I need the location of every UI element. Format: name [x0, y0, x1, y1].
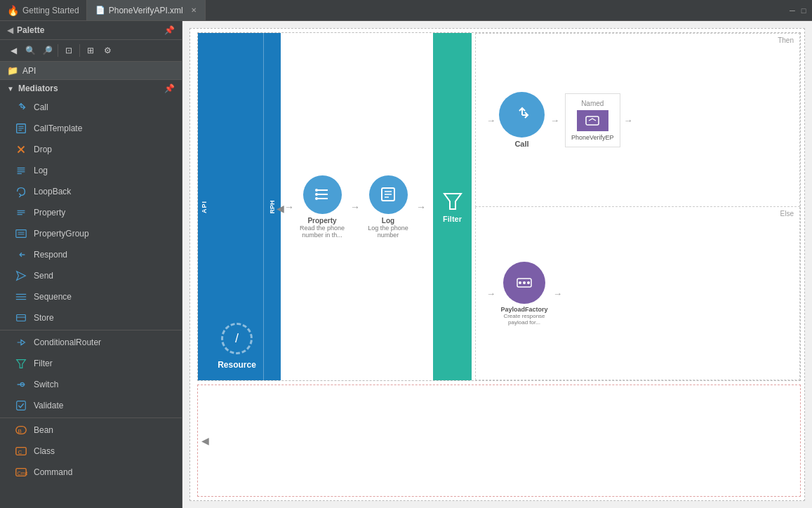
inner-canvas: API / Resource RPH — [189, 28, 805, 501]
sidebar-item-class[interactable]: C Class — [0, 441, 182, 462]
sequence-icon — [14, 290, 28, 304]
store-icon — [14, 311, 28, 325]
call-node[interactable]: Call — [499, 92, 545, 148]
api-section[interactable]: 📁 API — [0, 62, 182, 80]
bean-label: Bean — [34, 425, 175, 435]
sidebar-item-command[interactable]: Cmd Command — [0, 462, 182, 483]
tab-home[interactable]: 🔥 Getting Started — [0, 0, 86, 20]
toolbar-select-button[interactable]: ⊞ — [83, 43, 98, 58]
api-label-strip: API — [198, 33, 211, 380]
api-vertical-label: API — [201, 200, 208, 213]
mediators-fold-icon: ▼ — [7, 85, 14, 93]
sidebar-item-switch[interactable]: Switch — [0, 374, 182, 395]
sidebar-item-respond[interactable]: Respond — [0, 244, 182, 265]
then-arrow-1: → — [483, 115, 499, 126]
sidebar-scroll[interactable]: ▼ Mediators 📌 Call — [0, 80, 182, 508]
svg-marker-24 — [17, 360, 26, 368]
calltemplate-icon — [14, 121, 28, 135]
send-icon — [14, 269, 28, 283]
arrow-p-to-l: → — [347, 201, 364, 213]
payload-node[interactable]: PayloadFactory Create response payload f… — [499, 262, 550, 326]
svg-point-39 — [315, 197, 318, 200]
toolbar-back-button[interactable]: ◀ — [6, 43, 21, 58]
svg-text:Cmd: Cmd — [18, 470, 27, 476]
property-node[interactable]: Property Read the phone number in th... — [298, 175, 347, 239]
palette-back-button[interactable]: ◀ — [7, 25, 13, 35]
sidebar-item-property[interactable]: Property — [0, 202, 182, 223]
payload-node-sublabel: Create response payload for... — [499, 313, 550, 326]
window-controls: ─ □ — [787, 6, 812, 15]
toolbar-zoom-in-button[interactable]: 🔎 — [39, 43, 55, 58]
svg-text:B: B — [18, 428, 22, 434]
tab-close-button[interactable]: ✕ — [191, 6, 197, 14]
tab-home-label: Getting Started — [22, 6, 79, 15]
validate-label: Validate — [34, 401, 175, 410]
svg-rect-47 — [586, 116, 599, 125]
sidebar-item-loopback[interactable]: LoopBack — [0, 181, 182, 202]
respond-label: Respond — [34, 250, 175, 260]
palette-pin-button[interactable]: 📌 — [164, 25, 175, 35]
property-icon — [14, 206, 28, 220]
minimize-button[interactable]: ─ — [787, 6, 797, 15]
app-container: 🔥 Getting Started 📄 PhoneVerifyAPI.xml ✕… — [0, 0, 812, 508]
sidebar-item-call[interactable]: Call — [0, 97, 182, 118]
home-fire-icon: 🔥 — [7, 5, 19, 16]
mediators-section-header[interactable]: ▼ Mediators 📌 — [0, 80, 182, 97]
call-node-circle — [499, 92, 545, 138]
sidebar-item-sequence[interactable]: Sequence — [0, 286, 182, 307]
mediators-pin-icon: 📌 — [164, 83, 175, 93]
sidebar-item-propertygroup[interactable]: PropertyGroup — [0, 223, 182, 244]
sidebar-item-conditionalrouter[interactable]: ConditionalRouter — [0, 332, 182, 353]
main-area: ◀ Palette 📌 ◀ 🔍 🔎 ⊡ ⊞ ⚙ 📁 API — [0, 21, 812, 508]
svg-rect-15 — [16, 230, 26, 238]
svg-point-51 — [527, 281, 530, 284]
call-icon — [14, 100, 28, 114]
branches-container: Then → — [475, 33, 800, 380]
payload-node-label: PayloadFactory — [500, 306, 547, 313]
sidebar-item-bean[interactable]: B Bean — [0, 420, 182, 441]
sidebar-item-send[interactable]: Send — [0, 265, 182, 286]
else-label: Else — [780, 210, 794, 218]
svg-rect-22 — [17, 315, 26, 321]
call-label: Call — [34, 102, 175, 112]
arrow-l-to-f: → — [413, 201, 430, 213]
property-node-label: Property — [307, 217, 336, 225]
toolbar-zoom-out-button[interactable]: 🔍 — [22, 43, 38, 58]
scroll-left-bottom[interactable]: ◀ — [198, 432, 213, 450]
main-flow: → — [281, 33, 800, 380]
tab-file[interactable]: 📄 PhoneVerifyAPI.xml ✕ — [86, 0, 206, 20]
api-container: API / Resource RPH — [197, 32, 801, 381]
maximize-button[interactable]: □ — [799, 6, 808, 15]
named-endpoint-box[interactable]: Named PhoneVerifyEP — [565, 93, 620, 147]
palette-header: ◀ Palette 📌 — [0, 21, 182, 40]
sequence-label: Sequence — [34, 292, 175, 302]
sidebar-item-log[interactable]: Log — [0, 160, 182, 181]
toolbar-settings-button[interactable]: ⚙ — [100, 43, 115, 58]
svg-point-37 — [315, 193, 318, 196]
diagram-container: API / Resource RPH — [190, 29, 804, 500]
tab-file-label: PhoneVerifyAPI.xml — [109, 6, 183, 15]
sidebar-item-filter[interactable]: Filter — [0, 353, 182, 374]
property-node-sublabel: Read the phone number in th... — [298, 225, 347, 239]
sidebar-item-store[interactable]: Store — [0, 307, 182, 328]
named-name: PhoneVerifyEP — [571, 134, 614, 141]
sidebar-item-calltemplate[interactable]: CallTemplate — [0, 118, 182, 139]
switch-icon — [14, 377, 28, 392]
sidebar-item-validate[interactable]: Validate — [0, 395, 182, 416]
named-label: Named — [581, 100, 604, 107]
drop-icon — [14, 142, 28, 156]
else-arrow-2: → — [550, 288, 566, 299]
svg-point-49 — [519, 281, 521, 284]
divider-1 — [0, 330, 182, 330]
propertygroup-label: PropertyGroup — [34, 229, 175, 239]
respond-icon — [14, 248, 28, 262]
log-node[interactable]: Log Log the phone number — [364, 175, 413, 239]
toolbar-fit-button[interactable]: ⊡ — [61, 43, 76, 58]
filter-sidebar-icon — [14, 356, 28, 370]
filter-block[interactable]: Filter — [433, 33, 472, 380]
sidebar-item-drop[interactable]: Drop — [0, 139, 182, 160]
canvas-area: API / Resource RPH — [182, 21, 812, 508]
svg-text:C: C — [18, 449, 22, 455]
svg-marker-18 — [17, 272, 26, 281]
scroll-left-main[interactable]: ◀ — [273, 199, 288, 218]
